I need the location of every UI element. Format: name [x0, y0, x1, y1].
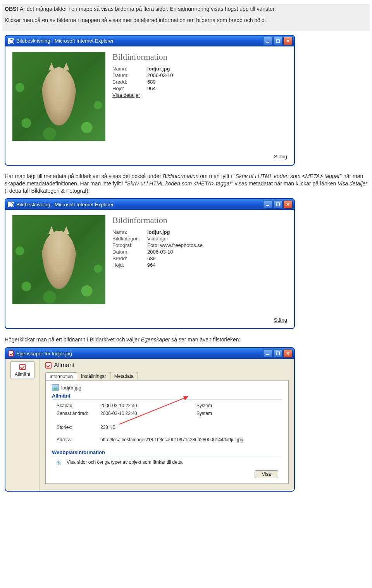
- show-details-link[interactable]: Visa detaljer: [112, 92, 140, 98]
- properties-window: Egenskaper för lodjur.jpg Allmänt Allmän…: [5, 347, 295, 492]
- close-button[interactable]: [283, 200, 293, 209]
- file-name-line: lodjur.jpg: [52, 384, 282, 391]
- minimize-button[interactable]: [263, 37, 272, 45]
- section-heading: Allmänt: [45, 362, 289, 369]
- close-link[interactable]: Stäng: [274, 154, 287, 159]
- link-star-icon: [56, 459, 63, 466]
- props-titlebar[interactable]: Egenskaper för lodjur.jpg: [5, 348, 294, 359]
- ie-logo-icon: [8, 202, 14, 207]
- minimize-button[interactable]: [263, 200, 272, 209]
- tab-installningar[interactable]: Inställningar: [77, 372, 110, 380]
- image-thumbnail: [12, 52, 105, 141]
- close-button[interactable]: [283, 349, 293, 358]
- intro-p1: OBS! Är det många bilder i en mapp så vi…: [5, 5, 367, 13]
- tab-information[interactable]: Information: [45, 372, 77, 381]
- mid-paragraph: Har man lagt till metadata på bildarkive…: [5, 173, 367, 195]
- maximize-button[interactable]: [273, 349, 282, 358]
- image-info-pane: Bildinformation Namn:lodjur.jpg Datum:20…: [112, 52, 287, 149]
- image-file-icon: [52, 384, 59, 391]
- close-link[interactable]: Stäng: [274, 317, 287, 323]
- props-table: Skapad:2006-03-10 22:40System Senast änd…: [52, 401, 282, 444]
- intro-box: OBS! Är det många bilder i en mapp så vi…: [2, 4, 370, 31]
- maximize-button[interactable]: [273, 37, 282, 45]
- svg-rect-2: [266, 205, 269, 206]
- svg-rect-3: [276, 203, 279, 206]
- svg-rect-0: [266, 42, 269, 43]
- props-sidebar: Allmänt: [5, 359, 40, 491]
- ie-titlebar-1[interactable]: Bildbeskrivning - Microsoft Internet Exp…: [5, 36, 294, 46]
- visa-button[interactable]: Visa: [255, 470, 278, 478]
- ie-title-text: Bildbeskrivning - Microsoft Internet Exp…: [16, 38, 114, 44]
- info-heading: Bildinformation: [112, 215, 287, 225]
- props-tabs: Information Inställningar Metadata: [45, 372, 289, 380]
- checkbox-icon: [19, 364, 26, 370]
- tab-metadata[interactable]: Metadata: [110, 372, 138, 380]
- image-info-pane: Bildinformation Namn:lodjur.jpg Bildkate…: [112, 215, 287, 312]
- group-allmant: Allmänt: [52, 393, 282, 400]
- ie-window-2: Bildbeskrivning - Microsoft Internet Exp…: [5, 198, 295, 329]
- intro-p2: Klickar man på en av bilderna i mappen s…: [5, 17, 367, 24]
- group-webbplats: Webbplatsinformation: [52, 449, 282, 456]
- tab-panel: lodjur.jpg Allmänt Skapad:2006-03-10 22:…: [45, 380, 289, 484]
- props-title-text: Egenskaper för lodjur.jpg: [16, 351, 72, 357]
- ie-titlebar-2[interactable]: Bildbeskrivning - Microsoft Internet Exp…: [5, 199, 294, 210]
- minimize-button[interactable]: [263, 349, 272, 358]
- info-heading: Bildinformation: [112, 52, 287, 62]
- checkbox-icon: [45, 362, 52, 369]
- sidebar-tab-allmant[interactable]: Allmänt: [10, 361, 34, 379]
- image-thumbnail: [12, 215, 105, 304]
- checkbox-icon: [9, 351, 14, 356]
- web-info-line: Visa sidor och övriga typer av objekt so…: [52, 458, 282, 468]
- p4: Högerklickar man på ett bildnamn i Bilda…: [5, 336, 367, 343]
- ie-window-1: Bildbeskrivning - Microsoft Internet Exp…: [5, 35, 295, 166]
- ie-title-text: Bildbeskrivning - Microsoft Internet Exp…: [16, 202, 114, 207]
- svg-rect-4: [266, 354, 269, 355]
- obs-label: OBS!: [5, 6, 18, 12]
- close-button[interactable]: [283, 37, 293, 45]
- svg-rect-5: [276, 352, 279, 355]
- maximize-button[interactable]: [273, 200, 282, 209]
- ie-logo-icon: [8, 38, 14, 44]
- svg-rect-1: [276, 39, 279, 43]
